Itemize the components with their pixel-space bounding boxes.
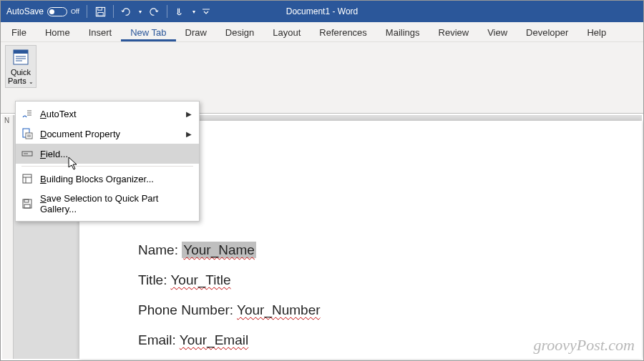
svg-rect-0	[97, 7, 105, 16]
line-phone: Phone Number: Your_Number	[138, 302, 642, 318]
tab-insert[interactable]: Insert	[79, 23, 122, 41]
line-name: Name: Your_Name	[138, 242, 642, 258]
name-value[interactable]: Your_Name	[182, 242, 256, 258]
menu-autotext-label: AutoText	[40, 109, 77, 119]
phone-value[interactable]: Your_Number	[237, 302, 321, 317]
separator	[21, 166, 193, 167]
email-value[interactable]: Your_Email	[180, 332, 248, 347]
tab-references[interactable]: References	[310, 23, 376, 41]
separator	[113, 5, 114, 18]
field-icon	[21, 148, 33, 159]
phone-label: Phone Number:	[138, 302, 237, 317]
separator	[167, 5, 167, 18]
autosave-toggle[interactable]: AutoSave Off	[1, 6, 85, 16]
redo-icon[interactable]	[147, 4, 162, 19]
document-title: Document1 - Word	[286, 6, 358, 16]
tab-layout[interactable]: Layout	[263, 23, 310, 41]
menu-docprop-label: Document Property	[40, 129, 120, 139]
tab-mailings[interactable]: Mailings	[376, 23, 429, 41]
document-property-icon	[21, 128, 33, 139]
watermark: groovyPost.com	[533, 336, 635, 355]
email-label: Email:	[138, 332, 180, 347]
menu-save-label: Save Selection to Quick Part Gallery...	[40, 193, 193, 214]
quick-parts-dropdown: AutoText ▶ Document Property ▶ Field... …	[15, 101, 200, 222]
tab-design[interactable]: Design	[216, 23, 263, 41]
menu-save-selection[interactable]: Save Selection to Quick Part Gallery...	[16, 189, 199, 219]
save-gallery-icon	[21, 198, 33, 209]
toggle-off-icon	[47, 7, 67, 16]
touch-mode-icon[interactable]	[172, 4, 187, 19]
autosave-label: AutoSave	[6, 6, 44, 16]
building-blocks-icon	[21, 173, 33, 184]
tab-review[interactable]: Review	[429, 23, 479, 41]
tab-file[interactable]: File	[2, 23, 36, 41]
ribbon-tabs: File Home Insert New Tab Draw Design Lay…	[1, 22, 643, 42]
autosave-state: Off	[71, 8, 79, 15]
menu-bbo-label: Building Blocks Organizer...	[40, 174, 154, 184]
tab-developer[interactable]: Developer	[517, 23, 577, 41]
chevron-right-icon: ▶	[186, 130, 192, 138]
svg-rect-13	[26, 133, 32, 139]
save-icon[interactable]	[93, 4, 109, 19]
touch-dropdown-icon[interactable]: ▾	[190, 4, 197, 19]
svg-rect-18	[23, 174, 31, 183]
undo-icon[interactable]	[118, 4, 134, 19]
undo-dropdown-icon[interactable]: ▾	[137, 4, 144, 19]
quick-access-toolbar: ▾ ▾	[89, 4, 216, 19]
menu-field-label: Field...	[40, 149, 68, 159]
quick-parts-label-1: Quick	[11, 68, 31, 76]
line-title: Title: Your_Title	[138, 272, 642, 288]
tab-view[interactable]: View	[478, 23, 517, 41]
svg-rect-2	[98, 12, 104, 16]
customize-qat-icon[interactable]	[200, 4, 212, 19]
svg-rect-5	[14, 50, 28, 54]
tab-new-tab[interactable]: New Tab	[121, 23, 175, 41]
separator	[87, 5, 87, 18]
menu-building-blocks-organizer[interactable]: Building Blocks Organizer...	[16, 169, 199, 189]
svg-rect-22	[24, 199, 29, 202]
title-value[interactable]: Your_Title	[170, 272, 230, 287]
title-bar: AutoSave Off ▾ ▾ Document1 - Word	[1, 1, 643, 22]
menu-document-property[interactable]: Document Property ▶	[16, 124, 199, 144]
quick-parts-icon	[12, 49, 29, 66]
tab-draw[interactable]: Draw	[176, 23, 216, 41]
tab-home[interactable]: Home	[36, 23, 79, 41]
menu-autotext[interactable]: AutoText ▶	[16, 104, 199, 124]
name-label: Name:	[138, 242, 182, 257]
chevron-right-icon: ▶	[186, 110, 192, 118]
quick-parts-label-2: Parts ⌄	[8, 76, 34, 86]
autotext-icon	[21, 108, 33, 119]
title-label: Title:	[138, 272, 170, 287]
tab-help[interactable]: Help	[577, 23, 615, 41]
ruler-marker: N	[2, 115, 13, 124]
svg-rect-23	[24, 204, 30, 208]
quick-parts-button[interactable]: Quick Parts ⌄	[5, 45, 36, 88]
vertical-ruler: N	[2, 115, 14, 359]
menu-field[interactable]: Field...	[16, 144, 199, 164]
